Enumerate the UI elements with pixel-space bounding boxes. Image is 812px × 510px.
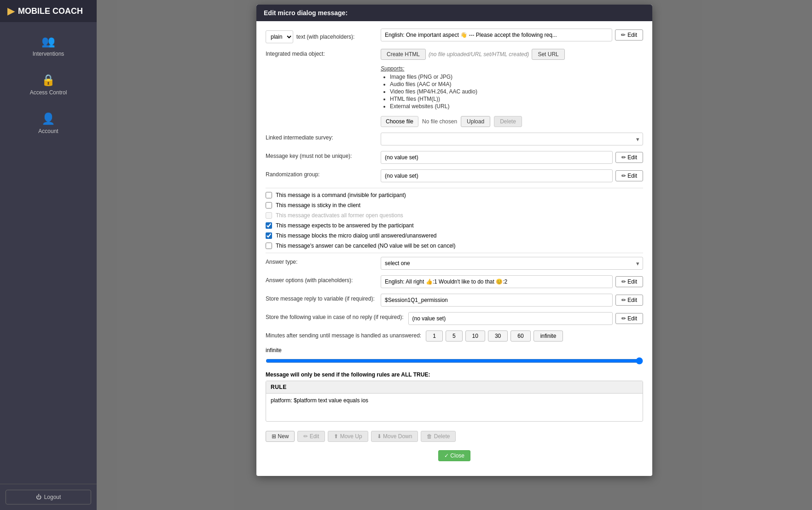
linked-survey-select[interactable] bbox=[381, 133, 643, 145]
store-no-reply-row: Store the following value in case of no … bbox=[266, 312, 643, 325]
rule-toolbar: ⊞ New ✏ Edit ⬆ Move Up ⬇ Move Down 🗑 Del… bbox=[266, 427, 643, 446]
checkbox-deactivate: This message deactivates all former open… bbox=[266, 212, 643, 219]
integrated-media-row: Integrated media object: Create HTML (no… bbox=[266, 49, 643, 60]
choose-file-button[interactable]: Choose file bbox=[381, 116, 418, 127]
file-row: Choose file No file chosen Upload Delete bbox=[381, 116, 522, 127]
main-content: Edit micro dialog message: plain html te… bbox=[97, 0, 812, 510]
text-type-area: plain html text (with placeholders): bbox=[266, 29, 376, 43]
answer-type-select-container: select one free text number ▾ bbox=[381, 257, 643, 270]
sidebar-item-account-label: Account bbox=[38, 128, 58, 134]
command-checkbox[interactable] bbox=[266, 192, 272, 198]
rule-new-button[interactable]: ⊞ New bbox=[266, 431, 295, 442]
file-chooser-row: Choose file No file chosen Upload Delete bbox=[266, 116, 643, 127]
rule-item: platform: $platform text value equals io… bbox=[271, 397, 638, 404]
randomization-edit-button[interactable]: ✏ Edit bbox=[615, 170, 643, 181]
sticky-checkbox[interactable] bbox=[266, 202, 272, 209]
rules-title: Message will only be send if the followi… bbox=[266, 371, 643, 378]
answer-options-input[interactable] bbox=[381, 275, 613, 288]
store-no-reply-edit-button[interactable]: ✏ Edit bbox=[615, 313, 643, 324]
supports-item-3: HTML files (HTM(L)) bbox=[390, 96, 643, 102]
minutes-30-button[interactable]: 30 bbox=[488, 330, 508, 342]
delete-file-button: Delete bbox=[494, 116, 522, 127]
message-key-controls: ✏ Edit bbox=[381, 151, 643, 164]
message-key-edit-button[interactable]: ✏ Edit bbox=[615, 152, 643, 163]
can-cancel-checkbox[interactable] bbox=[266, 243, 272, 249]
rule-move-up-button[interactable]: ⬆ Move Up bbox=[328, 431, 368, 442]
sidebar-item-access-control[interactable]: 🔒 Access Control bbox=[5, 68, 92, 101]
supports-item-1: Audio files (AAC or M4A) bbox=[390, 81, 643, 87]
answer-type-select[interactable]: select one free text number bbox=[381, 257, 643, 270]
can-cancel-label: This message's answer can be cancelled (… bbox=[276, 243, 455, 249]
supports-spacer bbox=[266, 65, 376, 67]
create-html-button[interactable]: Create HTML bbox=[381, 49, 426, 60]
app-logo: ▶ MOBILE COACH bbox=[0, 0, 97, 22]
answer-options-row: Answer options (with placeholders): ✏ Ed… bbox=[266, 275, 643, 288]
message-key-input[interactable] bbox=[381, 151, 613, 164]
minutes-1-button[interactable]: 1 bbox=[426, 330, 443, 342]
slider-value-text: infinite bbox=[266, 347, 643, 354]
rules-header: RULE bbox=[266, 381, 643, 394]
rules-body: platform: $platform text value equals io… bbox=[266, 394, 643, 421]
text-value-input[interactable] bbox=[381, 29, 612, 41]
app-name: MOBILE COACH bbox=[18, 6, 83, 16]
supports-item-0: Image files (PNG or JPG) bbox=[390, 74, 643, 80]
store-no-reply-label: Store the following value in case of no … bbox=[266, 312, 404, 320]
linked-survey-select-container: ▾ bbox=[381, 133, 643, 145]
logo-icon: ▶ bbox=[7, 6, 14, 17]
store-no-reply-input[interactable] bbox=[408, 312, 613, 325]
text-edit-button[interactable]: ✏ ✏ Edit Edit bbox=[615, 29, 643, 41]
checkbox-sticky: This message is sticky in the client bbox=[266, 202, 643, 209]
sidebar-item-account[interactable]: 👤 Account bbox=[5, 107, 92, 140]
sidebar: ▶ MOBILE COACH 👥 Interventions 🔒 Access … bbox=[0, 0, 97, 510]
supports-row: Supports: Image files (PNG or JPG) Audio… bbox=[266, 65, 643, 110]
text-label: text (with placeholders): bbox=[296, 34, 355, 40]
logout-icon: ⏻ bbox=[36, 494, 41, 500]
linked-survey-row: Linked intermediate survey: ▾ bbox=[266, 133, 643, 145]
deactivate-checkbox bbox=[266, 212, 272, 219]
answer-options-controls: ✏ Edit bbox=[381, 275, 643, 288]
checkbox-expects-answer: This message expects to be answered by t… bbox=[266, 222, 643, 229]
text-row: plain html text (with placeholders): ✏ ✏… bbox=[266, 29, 643, 43]
close-button[interactable]: ✓ Close bbox=[438, 450, 470, 461]
message-key-label: Message key (must not be unique): bbox=[266, 151, 376, 159]
minutes-60-button[interactable]: 60 bbox=[510, 330, 530, 342]
blocks-dialog-checkbox[interactable] bbox=[266, 232, 272, 239]
sidebar-item-interventions[interactable]: 👥 Interventions bbox=[5, 29, 92, 63]
close-btn-area: ✓ Close bbox=[266, 446, 643, 469]
minutes-infinite-button[interactable]: infinite bbox=[534, 330, 563, 342]
blocks-dialog-label: This message blocks the micro dialog unt… bbox=[276, 232, 437, 239]
slider-input[interactable] bbox=[266, 357, 643, 365]
rule-move-down-button[interactable]: ⬇ Move Down bbox=[371, 431, 418, 442]
interventions-icon: 👥 bbox=[41, 35, 55, 48]
upload-button[interactable]: Upload bbox=[461, 116, 490, 127]
expects-answer-label: This message expects to be answered by t… bbox=[276, 222, 414, 229]
store-reply-label: Store message reply to variable (if requ… bbox=[266, 294, 376, 302]
logout-button[interactable]: ⏻ Logout bbox=[6, 490, 91, 504]
logout-label: Logout bbox=[44, 494, 61, 500]
supports-item-2: Video files (MP4/H.264, AAC audio) bbox=[390, 88, 643, 95]
set-url-button[interactable]: Set URL bbox=[532, 49, 564, 60]
sidebar-item-interventions-label: Interventions bbox=[33, 51, 64, 57]
text-type-select[interactable]: plain html bbox=[266, 30, 293, 43]
randomization-label: Randomization group: bbox=[266, 169, 376, 178]
modal-overlay: Edit micro dialog message: plain html te… bbox=[97, 0, 812, 510]
answer-options-edit-button[interactable]: ✏ Edit bbox=[615, 276, 643, 287]
rule-delete-button[interactable]: 🗑 Delete bbox=[421, 431, 456, 442]
store-reply-edit-button[interactable]: ✏ Edit bbox=[615, 295, 643, 306]
randomization-input[interactable] bbox=[381, 169, 613, 182]
divider-2 bbox=[266, 253, 643, 253]
linked-survey-label: Linked intermediate survey: bbox=[266, 133, 376, 141]
answer-type-row: Answer type: select one free text number… bbox=[266, 257, 643, 270]
modal-header: Edit micro dialog message: bbox=[256, 5, 652, 21]
text-control-area: ✏ ✏ Edit Edit bbox=[381, 29, 643, 41]
rule-edit-button[interactable]: ✏ Edit bbox=[297, 431, 325, 442]
integrated-media-label: Integrated media object: bbox=[266, 49, 376, 57]
minutes-5-button[interactable]: 5 bbox=[446, 330, 463, 342]
modal-title: Edit micro dialog message: bbox=[264, 9, 348, 17]
store-reply-input[interactable] bbox=[381, 294, 613, 307]
command-checkbox-label: This message is a command (invisible for… bbox=[276, 192, 406, 198]
minutes-10-button[interactable]: 10 bbox=[465, 330, 485, 342]
sidebar-item-access-control-label: Access Control bbox=[30, 89, 67, 96]
supports-content: Supports: Image files (PNG or JPG) Audio… bbox=[381, 65, 643, 110]
expects-answer-checkbox[interactable] bbox=[266, 222, 272, 229]
